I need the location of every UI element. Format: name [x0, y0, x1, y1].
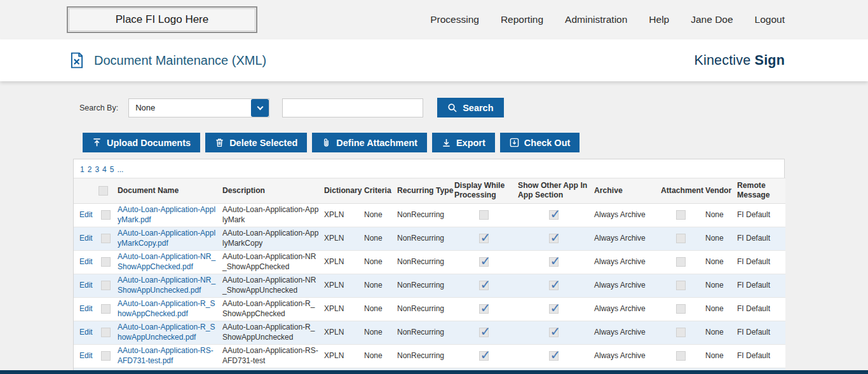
upload-documents-button[interactable]: Upload Documents	[83, 133, 200, 152]
row-select-checkbox[interactable]	[101, 351, 111, 361]
search-input[interactable]	[282, 98, 423, 117]
description-cell: AAuto-Loan-Application-NR_ShowAppChecked	[220, 250, 322, 274]
header-display-while-processing: Display While Processing	[452, 178, 515, 204]
row-select-checkbox[interactable]	[101, 328, 111, 337]
export-icon	[442, 138, 451, 147]
row-select-checkbox[interactable]	[101, 304, 111, 314]
check-out-button[interactable]: Check Out	[500, 133, 580, 152]
pagination-page-4[interactable]: 4	[102, 165, 107, 174]
show-other-app-checkbox[interactable]	[549, 257, 559, 267]
paperclip-icon	[322, 138, 331, 147]
attachment-checkbox[interactable]	[676, 281, 686, 290]
recurring-type-cell: NonRecurring	[395, 227, 452, 250]
edit-link[interactable]: Edit	[79, 234, 93, 243]
search-by-dropdown[interactable]: None	[128, 98, 269, 117]
edit-link[interactable]: Edit	[79, 328, 93, 337]
table-row: Edit AAuto-Loan-Application-R_ShowAppChe…	[74, 297, 785, 321]
header-show-other-app: Show Other App In App Section	[515, 178, 592, 204]
nav-user-jane-doe[interactable]: Jane Doe	[691, 14, 733, 25]
archive-cell: Always Archive	[592, 203, 658, 227]
header-edit	[74, 178, 96, 204]
show-other-app-checkbox[interactable]	[549, 210, 559, 220]
edit-link[interactable]: Edit	[79, 257, 93, 266]
document-name-link[interactable]: AAuto-Loan-Application-NR_ShowAppChecked…	[118, 252, 215, 271]
nav-help[interactable]: Help	[649, 14, 669, 25]
define-attachment-button[interactable]: Define Attachment	[312, 133, 427, 152]
display-while-processing-checkbox[interactable]	[479, 234, 489, 243]
attachment-checkbox[interactable]	[676, 328, 686, 337]
attachment-checkbox[interactable]	[676, 234, 686, 243]
pagination-page-5[interactable]: 5	[110, 165, 114, 174]
chevron-down-icon	[257, 104, 263, 110]
display-while-processing-checkbox[interactable]	[479, 351, 489, 361]
show-other-app-checkbox[interactable]	[549, 234, 559, 243]
document-name-link[interactable]: AAuto-Loan-Application-R_ShowAppUnchecke…	[118, 323, 215, 342]
row-select-checkbox[interactable]	[101, 257, 111, 267]
search-button[interactable]: Search	[437, 98, 503, 117]
show-other-app-checkbox[interactable]	[549, 281, 559, 290]
row-select-checkbox[interactable]	[101, 234, 111, 243]
archive-cell: Always Archive	[592, 297, 658, 321]
document-xml-icon	[69, 52, 85, 69]
header-recurring-type: Recurring Type	[395, 178, 452, 204]
description-cell: AAuto-Loan-Application-RS-AFD731-test	[220, 344, 322, 368]
topbar: Place FI Logo Here Processing Reporting …	[0, 0, 868, 39]
criteria-cell: None	[362, 250, 395, 274]
criteria-cell: None	[362, 274, 395, 297]
table-row: Edit AAuto-Loan-Application-RS-AFD731-te…	[74, 344, 785, 368]
row-select-checkbox[interactable]	[101, 210, 111, 220]
description-cell: AAuto-Loan-Application-R_ShowAppChecked	[220, 297, 322, 321]
edit-link[interactable]: Edit	[79, 281, 93, 290]
document-name-link[interactable]: AAuto-Loan-Application-NR_ShowAppUncheck…	[118, 276, 215, 295]
table-row: Edit AAuto-Loan-Application-NR_ShowAppUn…	[74, 274, 785, 297]
page-title: Document Maintenance (XML)	[94, 53, 266, 68]
edit-link[interactable]: Edit	[79, 210, 93, 219]
dropdown-chevron-button[interactable]	[251, 99, 269, 117]
nav-processing[interactable]: Processing	[430, 14, 479, 25]
documents-table: Document Name Description Dictionary Cri…	[74, 178, 785, 374]
recurring-type-cell: NonRecurring	[395, 274, 452, 297]
attachment-checkbox[interactable]	[676, 257, 686, 267]
attachment-checkbox[interactable]	[676, 210, 686, 220]
display-while-processing-checkbox[interactable]	[479, 328, 489, 337]
delete-selected-button[interactable]: Delete Selected	[205, 133, 307, 152]
fi-logo-placeholder: Place FI Logo Here	[67, 6, 257, 33]
nav-administration[interactable]: Administration	[565, 14, 627, 25]
nav-reporting[interactable]: Reporting	[501, 14, 543, 25]
header-description: Description	[220, 178, 322, 204]
top-nav: Processing Reporting Administration Help…	[430, 14, 785, 25]
display-while-processing-checkbox[interactable]	[479, 257, 489, 267]
vendor-cell: None	[703, 250, 735, 274]
edit-link[interactable]: Edit	[79, 304, 93, 313]
attachment-checkbox[interactable]	[676, 351, 686, 361]
row-select-checkbox[interactable]	[101, 281, 111, 290]
upload-icon	[92, 138, 102, 147]
display-while-processing-checkbox[interactable]	[479, 281, 489, 290]
attachment-checkbox[interactable]	[676, 304, 686, 314]
document-name-link[interactable]: AAuto-Loan-Application-ApplyMark.pdf	[118, 205, 215, 224]
select-all-checkbox[interactable]	[98, 186, 108, 196]
table-row: Edit AAuto-Loan-Application-ApplyMark.pd…	[74, 203, 785, 227]
dictionary-cell: XPLN	[322, 321, 362, 344]
nav-logout[interactable]: Logout	[755, 14, 785, 25]
show-other-app-checkbox[interactable]	[549, 328, 559, 337]
remote-message-cell: FI Default	[735, 274, 785, 297]
document-name-link[interactable]: AAuto-Loan-Application-RS-AFD731-test.pd…	[118, 346, 214, 365]
dictionary-cell: XPLN	[322, 344, 362, 368]
search-icon	[447, 103, 458, 113]
pagination-ellipsis[interactable]: ...	[117, 165, 123, 174]
document-name-link[interactable]: AAuto-Loan-Application-R_ShowAppChecked.…	[118, 299, 215, 318]
show-other-app-checkbox[interactable]	[549, 351, 559, 361]
pagination-page-3[interactable]: 3	[95, 165, 99, 174]
table-row: Edit AAuto-Loan-Application-NR_ShowAppCh…	[74, 250, 785, 274]
document-name-link[interactable]: AAuto-Loan-Application-ApplyMarkCopy.pdf	[118, 229, 215, 248]
export-button[interactable]: Export	[432, 133, 495, 152]
pagination-page-1[interactable]: 1	[80, 165, 85, 174]
display-while-processing-checkbox[interactable]	[479, 304, 489, 314]
description-cell: AAuto-Loan-Application-NR_ShowAppUncheck…	[220, 274, 322, 297]
show-other-app-checkbox[interactable]	[549, 304, 559, 314]
display-while-processing-checkbox[interactable]	[479, 210, 489, 220]
table-body: Edit AAuto-Loan-Application-ApplyMark.pd…	[74, 203, 785, 374]
edit-link[interactable]: Edit	[79, 351, 93, 360]
pagination-page-2[interactable]: 2	[88, 165, 92, 174]
